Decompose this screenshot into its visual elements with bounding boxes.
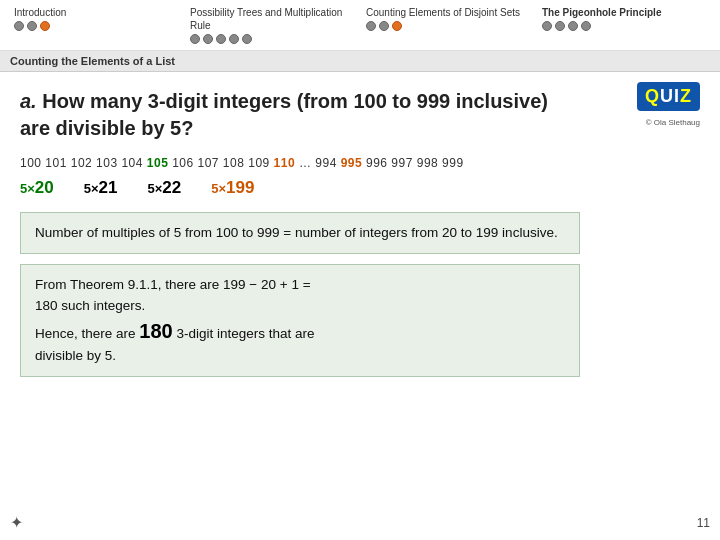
- mult-times-0: 5×: [20, 181, 35, 196]
- nav-dots-2: [366, 21, 530, 31]
- number-line-ellipsis: … 994: [295, 156, 341, 170]
- nav-dot-1-2[interactable]: [216, 34, 226, 44]
- question-letter: a.: [20, 90, 37, 112]
- nav-dot-2-1[interactable]: [379, 21, 389, 31]
- mult-num-2: 22: [162, 178, 181, 197]
- nav-dot-3-0[interactable]: [542, 21, 552, 31]
- nav-section-2: Counting Elements of Disjoint Sets: [360, 4, 536, 33]
- quiz-subtext: © Ola Slethaug: [646, 118, 700, 127]
- mult-times-3: 5×: [211, 181, 226, 196]
- nav-section-0: Introduction: [8, 4, 184, 33]
- number-line-mid: 106 107 108 109: [168, 156, 273, 170]
- mult-num-3: 199: [226, 178, 254, 197]
- number-line-before: 100 101 102 103 104: [20, 156, 147, 170]
- info-box2-line-2: Hence, there are: [35, 326, 139, 341]
- quiz-q: Q: [645, 86, 660, 106]
- nav-dots-3: [542, 21, 706, 31]
- nav-dot-2-0[interactable]: [366, 21, 376, 31]
- breadcrumb: Counting the Elements of a List: [0, 51, 720, 72]
- mult-item-1: 5×21: [84, 178, 118, 198]
- mult-times-2: 5×: [148, 181, 163, 196]
- info-box2-line-0: From Theorem 9.1.1, there are 199 − 20 +…: [35, 277, 311, 292]
- quiz-logo: QUIZ: [637, 82, 700, 111]
- nav-dots-1: [190, 34, 354, 44]
- nav-dot-0-0[interactable]: [14, 21, 24, 31]
- info-box-2: From Theorem 9.1.1, there are 199 − 20 +…: [20, 264, 580, 377]
- info-box2-after-1: divisible by 5.: [35, 348, 116, 363]
- mult-item-3: 5×199: [211, 178, 254, 198]
- footer-page-number: 11: [697, 516, 710, 530]
- quiz-u: U: [660, 86, 674, 106]
- nav-dot-0-2[interactable]: [40, 21, 50, 31]
- quiz-z: Z: [680, 86, 692, 106]
- number-line-after: 996 997 998 999: [362, 156, 463, 170]
- nav-dot-0-1[interactable]: [27, 21, 37, 31]
- nav-section-title-1: Possibility Trees and Multiplication Rul…: [190, 6, 354, 32]
- mult-num-1: 21: [99, 178, 118, 197]
- number-line-orange1: 110: [274, 156, 296, 170]
- mult-item-2: 5×22: [148, 178, 182, 198]
- nav-dot-1-4[interactable]: [242, 34, 252, 44]
- nav-section-title-2: Counting Elements of Disjoint Sets: [366, 6, 530, 19]
- multiples-row: 5×205×215×225×199: [20, 178, 700, 198]
- nav-section-title-3: The Pigeonhole Principle: [542, 6, 706, 19]
- nav-dot-1-0[interactable]: [190, 34, 200, 44]
- info-box2-line-1: 180 such integers.: [35, 298, 145, 313]
- main-content: QUIZ © Ola Slethaug a. How many 3-digit …: [0, 72, 720, 397]
- nav-section-3: The Pigeonhole Principle: [536, 4, 712, 33]
- info-box-1: Number of multiples of 5 from 100 to 999…: [20, 212, 580, 254]
- nav-section-1: Possibility Trees and Multiplication Rul…: [184, 4, 360, 46]
- number-line-orange2: 995: [341, 156, 363, 170]
- top-nav: IntroductionPossibility Trees and Multip…: [0, 0, 720, 51]
- mult-item-0: 5×20: [20, 178, 54, 198]
- nav-dot-2-2[interactable]: [392, 21, 402, 31]
- nav-dot-3-3[interactable]: [581, 21, 591, 31]
- info-box2-highlight: 180: [139, 320, 172, 342]
- nav-dot-3-1[interactable]: [555, 21, 565, 31]
- mult-num-0: 20: [35, 178, 54, 197]
- question-body: How many 3-digit integers (from 100 to 9…: [20, 90, 548, 139]
- nav-dot-1-1[interactable]: [203, 34, 213, 44]
- mult-times-1: 5×: [84, 181, 99, 196]
- number-line-green1: 105: [147, 156, 169, 170]
- info-box2-after-0: 3-digit integers that are: [173, 326, 315, 341]
- nav-section-title-0: Introduction: [14, 6, 178, 19]
- nav-dot-3-2[interactable]: [568, 21, 578, 31]
- number-line: 100 101 102 103 104 105 106 107 108 109 …: [20, 156, 700, 170]
- footer-arrow: ✦: [10, 513, 23, 532]
- footer: ✦ 11: [10, 513, 710, 532]
- nav-dots-0: [14, 21, 178, 31]
- nav-dot-1-3[interactable]: [229, 34, 239, 44]
- question-text: a. How many 3-digit integers (from 100 t…: [20, 88, 700, 142]
